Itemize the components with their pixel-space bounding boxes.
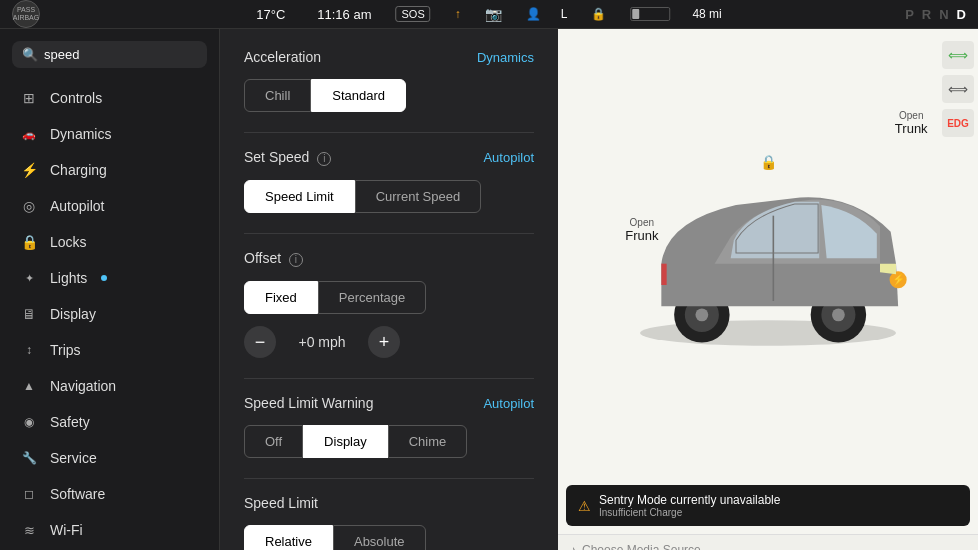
sidebar-label-software: Software	[50, 486, 105, 502]
d-gear[interactable]: D	[957, 7, 966, 22]
chime-button[interactable]: Chime	[388, 425, 468, 458]
navigation-icon: ▲	[20, 379, 38, 393]
sidebar-item-service[interactable]: 🔧 Service	[4, 440, 215, 476]
increase-speed-button[interactable]: +	[368, 326, 400, 358]
charge-lock-icon: 🔒	[760, 154, 777, 170]
sidebar-label-navigation: Navigation	[50, 378, 116, 394]
sentry-sub-text: Insufficient Charge	[599, 507, 780, 518]
percentage-button[interactable]: Percentage	[318, 281, 427, 314]
right-panel: ⟺ ⟺ EDG	[558, 29, 978, 550]
sidebar-label-locks: Locks	[50, 234, 87, 250]
lock-status-icon: 🔒	[591, 7, 606, 21]
relative-button[interactable]: Relative	[244, 525, 333, 550]
search-input[interactable]	[44, 47, 197, 62]
sidebar-label-autopilot: Autopilot	[50, 198, 104, 214]
media-source[interactable]: ♪ Choose Media Source	[570, 543, 966, 550]
sidebar-item-safety[interactable]: ◉ Safety	[4, 404, 215, 440]
decrease-speed-button[interactable]: −	[244, 326, 276, 358]
dynamics-icon: 🚗	[20, 128, 38, 141]
controls-icon: ⊞	[20, 90, 38, 106]
media-section: ♪ Choose Media Source ⏮ ▶ ⏭ ⚌ 🔍	[558, 534, 978, 550]
sidebar-item-display[interactable]: 🖥 Display	[4, 296, 215, 332]
display-icon: 🖥	[20, 306, 38, 322]
absolute-button[interactable]: Absolute	[333, 525, 426, 550]
trunk-open-text: Open	[895, 110, 928, 121]
sidebar-item-trips[interactable]: ↕ Trips	[4, 332, 215, 368]
sos-button[interactable]: SOS	[395, 6, 430, 22]
range: 48 mi	[692, 7, 721, 21]
frunk-label[interactable]: Open Frunk	[625, 217, 658, 243]
chill-button[interactable]: Chill	[244, 79, 311, 112]
setspeed-info-icon[interactable]: i	[317, 152, 331, 166]
standard-button[interactable]: Standard	[311, 79, 406, 112]
wifi-icon: ≋	[20, 523, 38, 538]
current-speed-button[interactable]: Current Speed	[355, 180, 482, 213]
speedlimitwarning-link[interactable]: Autopilot	[483, 396, 534, 411]
sidebar-item-navigation[interactable]: ▲ Navigation	[4, 368, 215, 404]
svg-point-3	[695, 308, 708, 321]
sentry-warning: ⚠ Sentry Mode currently unavailable Insu…	[566, 485, 970, 526]
time: 11:16 am	[317, 7, 371, 22]
sidebar-label-display: Display	[50, 306, 96, 322]
svg-text:⚡: ⚡	[892, 273, 906, 286]
sidebar-item-locks[interactable]: 🔒 Locks	[4, 224, 215, 260]
status-center: 17°C 11:16 am SOS ↑ 📷 👤 L 🔒 48 mi	[256, 6, 722, 22]
display-button[interactable]: Display	[303, 425, 388, 458]
sidebar-label-service: Service	[50, 450, 97, 466]
main-content: 🔍 ⊞ Controls 🚗 Dynamics ⚡ Charging ◎ Aut…	[0, 29, 978, 550]
l-indicator: L	[561, 7, 568, 21]
music-icon: ♪	[570, 543, 576, 550]
offset-info-icon[interactable]: i	[289, 253, 303, 267]
setspeed-link[interactable]: Autopilot	[483, 150, 534, 165]
speed-limit-button[interactable]: Speed Limit	[244, 180, 355, 213]
status-bar: PASSAIRBAG 17°C 11:16 am SOS ↑ 📷 👤 L 🔒 4…	[0, 0, 978, 29]
n-gear[interactable]: N	[939, 7, 948, 22]
sidebar-label-charging: Charging	[50, 162, 107, 178]
p-gear[interactable]: P	[905, 7, 914, 22]
divider-2	[244, 233, 534, 234]
speedlimit-title: Speed Limit	[244, 495, 318, 511]
person-icon: 👤	[526, 7, 541, 21]
sidebar-item-dynamics[interactable]: 🚗 Dynamics	[4, 116, 215, 152]
sidebar-label-controls: Controls	[50, 90, 102, 106]
sidebar-item-charging[interactable]: ⚡ Charging	[4, 152, 215, 188]
sentry-text: Sentry Mode currently unavailable Insuff…	[599, 493, 780, 518]
setspeed-group: Speed Limit Current Speed	[244, 180, 534, 213]
acceleration-link[interactable]: Dynamics	[477, 50, 534, 65]
sidebar-item-controls[interactable]: ⊞ Controls	[4, 80, 215, 116]
sidebar-label-safety: Safety	[50, 414, 90, 430]
sentry-main-text: Sentry Mode currently unavailable	[599, 493, 780, 507]
speedlimitwarning-header: Speed Limit Warning Autopilot	[244, 395, 534, 411]
offset-header: Offset i	[244, 250, 534, 267]
trunk-label[interactable]: Open Trunk	[895, 110, 928, 136]
sidebar: 🔍 ⊞ Controls 🚗 Dynamics ⚡ Charging ◎ Aut…	[0, 29, 220, 550]
svg-point-6	[832, 308, 845, 321]
speed-offset-value: +0 mph	[292, 334, 352, 350]
offset-group: Fixed Percentage	[244, 281, 534, 314]
search-box[interactable]: 🔍	[12, 41, 207, 68]
lights-icon: ✦	[20, 272, 38, 285]
acceleration-header: Acceleration Dynamics	[244, 49, 534, 65]
fixed-button[interactable]: Fixed	[244, 281, 318, 314]
trunk-main-label: Trunk	[895, 121, 928, 136]
acceleration-group: Chill Standard	[244, 79, 534, 112]
divider-3	[244, 378, 534, 379]
sidebar-label-trips: Trips	[50, 342, 81, 358]
sidebar-item-wifi[interactable]: ≋ Wi-Fi	[4, 512, 215, 548]
temperature: 17°C	[256, 7, 285, 22]
battery-indicator	[630, 7, 670, 21]
setspeed-header: Set Speed i Autopilot	[244, 149, 534, 166]
service-icon: 🔧	[20, 451, 38, 465]
sidebar-item-software[interactable]: ◻ Software	[4, 476, 215, 512]
warning-icon: ⚠	[578, 498, 591, 514]
sidebar-item-lights[interactable]: ✦ Lights	[4, 260, 215, 296]
r-gear[interactable]: R	[922, 7, 931, 22]
off-button[interactable]: Off	[244, 425, 303, 458]
locks-icon: 🔒	[20, 234, 38, 250]
sidebar-item-autopilot[interactable]: ◎ Autopilot	[4, 188, 215, 224]
trips-icon: ↕	[20, 343, 38, 357]
car-view: ⚡ Open Frunk Open Trunk 🔒	[558, 29, 978, 477]
offset-title: Offset i	[244, 250, 303, 267]
autopilot-icon: ◎	[20, 198, 38, 214]
frunk-open-text: Open	[625, 217, 658, 228]
